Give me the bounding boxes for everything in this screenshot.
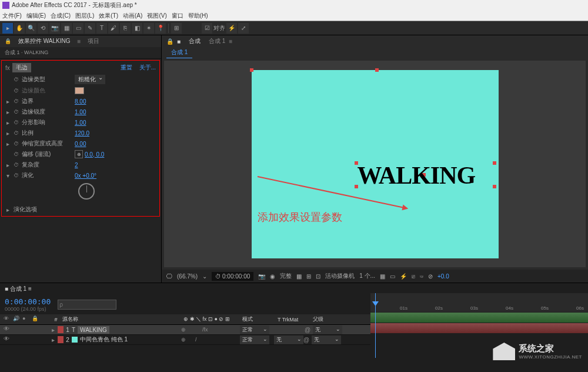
- prop-offset-value[interactable]: 0.0, 0.0: [85, 151, 104, 158]
- panel-lock-icon[interactable]: 🔒: [166, 38, 173, 45]
- puppet-tool[interactable]: 📍: [155, 23, 166, 34]
- menu-animation[interactable]: 动画(A): [123, 12, 142, 20]
- snap-opt2-icon[interactable]: ⤢: [238, 23, 249, 34]
- stopwatch-icon[interactable]: ⏱: [14, 130, 22, 136]
- menu-edit[interactable]: 编辑(E): [26, 12, 46, 20]
- stopwatch-icon[interactable]: ⏱: [14, 151, 22, 157]
- tab-project[interactable]: 项目: [88, 37, 99, 45]
- layer-color-label[interactable]: [58, 336, 64, 343]
- layer-name-text[interactable]: WALKING: [78, 326, 109, 334]
- timeline-tab[interactable]: ■ 合成 1 ≡: [5, 285, 32, 293]
- local-axis-icon[interactable]: ⊞: [171, 23, 182, 34]
- brush-tool[interactable]: 🖌: [108, 23, 119, 34]
- fx-enable-icon[interactable]: fx: [5, 65, 10, 71]
- prop-scale-value[interactable]: 120.0: [75, 130, 89, 137]
- snapshot-icon[interactable]: 📷: [258, 273, 265, 280]
- stopwatch-icon[interactable]: ⏱: [14, 98, 22, 104]
- parent-dropdown[interactable]: 无: [313, 326, 342, 334]
- pixel-aspect-icon[interactable]: ▭: [390, 273, 395, 280]
- text-tool[interactable]: T: [96, 23, 107, 34]
- prop-complexity-value[interactable]: 2: [75, 162, 78, 168]
- expand-arrow-icon[interactable]: ▸: [6, 109, 14, 115]
- expand-arrow-icon[interactable]: ▸: [6, 130, 14, 137]
- view-opt-icon[interactable]: ▦: [380, 273, 385, 280]
- res-dropdown[interactable]: ⌄: [202, 273, 207, 280]
- hand-tool[interactable]: ✋: [14, 23, 25, 34]
- pen-tool[interactable]: ✎: [85, 23, 95, 34]
- menu-file[interactable]: 文件(F): [2, 12, 22, 20]
- layer-color-label[interactable]: [58, 326, 64, 333]
- selection-tool[interactable]: ▸: [2, 23, 13, 34]
- blend-mode-dropdown[interactable]: 正常: [240, 326, 269, 334]
- transform-handle[interactable]: [250, 68, 253, 72]
- roi-icon[interactable]: ▦: [296, 273, 302, 280]
- snap-opt-icon[interactable]: ⚡: [226, 23, 237, 34]
- exposure-value[interactable]: +0.0: [437, 273, 449, 280]
- menu-layer[interactable]: 图层(L): [75, 12, 94, 20]
- rect-tool[interactable]: ▭: [73, 23, 83, 34]
- crosshair-icon[interactable]: ⊕: [75, 150, 83, 158]
- channel-icon[interactable]: ◉: [270, 273, 275, 280]
- comp-sub-tab[interactable]: 合成 1: [166, 47, 192, 58]
- panel-menu-icon[interactable]: ≡: [229, 38, 232, 45]
- video-visible-icon[interactable]: 👁: [4, 326, 12, 334]
- stopwatch-icon[interactable]: ⏱: [14, 77, 22, 82]
- prop-border-value[interactable]: 8.00: [75, 98, 86, 105]
- expand-arrow-icon[interactable]: ▸: [52, 327, 58, 333]
- menu-effect[interactable]: 效果(T): [99, 12, 118, 20]
- camera-tool[interactable]: 📷: [49, 23, 60, 34]
- col-source-name[interactable]: 源名称: [60, 315, 183, 323]
- effect-reset-link[interactable]: 重置: [121, 64, 132, 72]
- stopwatch-icon[interactable]: ⏱: [14, 109, 22, 115]
- guides-icon[interactable]: ⊡: [316, 273, 320, 280]
- stopwatch-icon[interactable]: ⏱: [14, 119, 22, 125]
- solo-toggle-icon[interactable]: ●: [22, 315, 31, 324]
- parent-dropdown[interactable]: 无: [312, 336, 341, 344]
- roto-tool[interactable]: ✶: [143, 23, 154, 34]
- clone-tool[interactable]: ⎘: [120, 23, 131, 34]
- tab-effect-controls[interactable]: 效果控件 WALKING: [18, 37, 71, 45]
- effect-name[interactable]: 毛边: [12, 63, 31, 72]
- audio-toggle-icon[interactable]: 🔊: [13, 315, 21, 324]
- prop-edge-color-swatch[interactable]: [75, 87, 84, 94]
- layer-track-2[interactable]: [370, 323, 588, 333]
- reset-exposure-icon[interactable]: ⊘: [428, 273, 433, 280]
- timeline-icon[interactable]: ⎚: [412, 273, 415, 280]
- expand-arrow-icon[interactable]: ▸: [6, 98, 14, 105]
- expand-arrow-icon[interactable]: ▸: [52, 337, 58, 343]
- canvas-text[interactable]: WALKING: [358, 161, 476, 190]
- timecode-display[interactable]: ⏱ 0:00:00:00: [212, 272, 253, 281]
- expand-arrow-icon[interactable]: ▸: [6, 207, 14, 213]
- pickwhip-icon[interactable]: @: [303, 337, 312, 343]
- effect-about-link[interactable]: 关于...: [139, 64, 156, 72]
- prop-sharpness-value[interactable]: 1.00: [75, 109, 86, 115]
- pan-behind-tool[interactable]: ▦: [61, 23, 72, 34]
- search-input[interactable]: [58, 300, 116, 310]
- layer-name-text[interactable]: 中间色青色 纯色 1: [80, 336, 128, 344]
- fast-preview-icon[interactable]: ⚡: [400, 273, 407, 280]
- angle-dial[interactable]: [78, 183, 95, 200]
- menu-help[interactable]: 帮助(H): [188, 12, 208, 20]
- grid-icon[interactable]: ⊞: [306, 273, 311, 280]
- eraser-tool[interactable]: ◧: [132, 23, 142, 34]
- prop-stretch-value[interactable]: 0.00: [75, 141, 86, 147]
- panel-menu-icon[interactable]: ≡: [78, 38, 81, 45]
- prop-evolution-value[interactable]: 0x +0.0°: [75, 172, 96, 179]
- flowchart-icon[interactable]: ⎃: [420, 273, 423, 280]
- prop-edge-type-dropdown[interactable]: 粗糙化: [75, 75, 105, 84]
- menu-view[interactable]: 视图(V): [147, 12, 166, 20]
- views-dropdown[interactable]: 1 个...: [359, 272, 375, 280]
- pickwhip-icon[interactable]: @: [305, 327, 313, 333]
- panel-lock-icon[interactable]: 🔒: [5, 38, 11, 44]
- expand-arrow-icon[interactable]: ▸: [6, 162, 14, 168]
- composition-viewer[interactable]: WALKING 添加效果设置参数: [164, 61, 586, 267]
- transform-handle[interactable]: [493, 185, 496, 188]
- menu-composition[interactable]: 合成(C): [51, 12, 71, 20]
- stopwatch-icon[interactable]: ⏱: [14, 141, 22, 147]
- expand-arrow-icon[interactable]: ▾: [6, 172, 14, 179]
- expand-arrow-icon[interactable]: ▸: [6, 141, 14, 147]
- lock-toggle-icon[interactable]: 🔒: [32, 315, 40, 324]
- zoom-dropdown[interactable]: (66.7%): [177, 273, 198, 280]
- blend-mode-dropdown[interactable]: 正常: [240, 336, 269, 344]
- snap-checkbox[interactable]: ☑: [202, 23, 212, 34]
